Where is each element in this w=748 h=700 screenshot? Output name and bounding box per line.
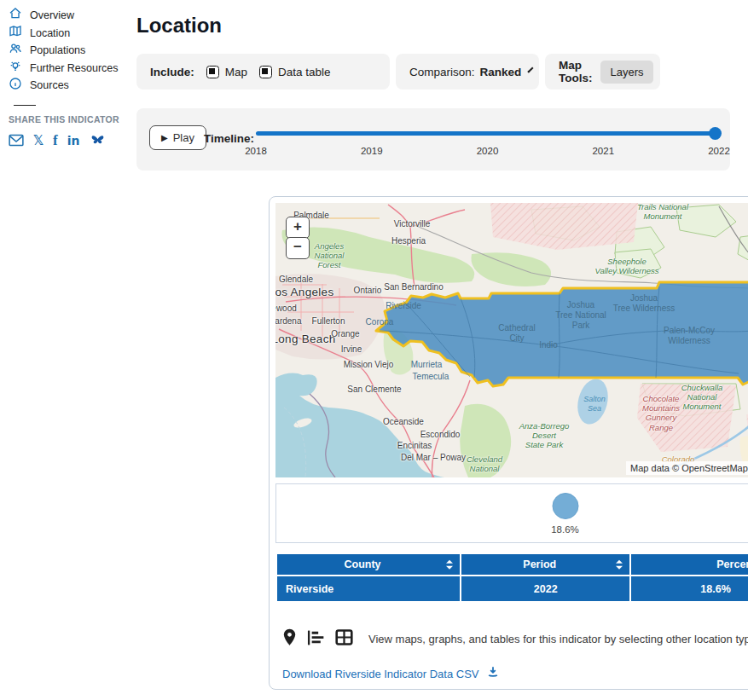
download-csv-link[interactable]: Download Riverside Indicator Data CSV <box>282 668 479 680</box>
download-icon[interactable] <box>487 666 499 681</box>
legend-bubble <box>552 493 578 519</box>
sidebar-item-label: Sources <box>30 79 69 91</box>
share-heading: SHARE THIS INDICATOR <box>9 114 130 124</box>
map-legend: 18.6% <box>275 483 748 543</box>
data-table-checkbox-label: Data table <box>278 66 331 78</box>
include-control-group: Include: Map Data table <box>136 54 390 90</box>
timeline-thumb[interactable] <box>709 127 722 140</box>
layers-button[interactable]: Layers <box>600 61 652 84</box>
data-table-checkbox[interactable]: Data table <box>259 66 331 78</box>
map-zoom-controls: + − <box>286 217 310 259</box>
timeline-label: Timeline: <box>204 132 254 145</box>
share-icons-row: 𝕏 f in <box>9 132 130 149</box>
info-icon <box>9 77 22 94</box>
sidebar-divider <box>14 105 36 106</box>
sidebar-item-overview[interactable]: Overview <box>9 7 130 25</box>
sort-icon[interactable] <box>616 560 623 570</box>
map-attribution[interactable]: Map data © OpenStreetMap contributors, C… <box>626 461 748 475</box>
location-type-icons-row: View maps, graphs, and tables for this i… <box>282 628 748 650</box>
controls-row: Include: Map Data table Comparison: Rank… <box>136 54 730 90</box>
zoom-in-button[interactable]: + <box>286 217 310 239</box>
timeline-tick: 2019 <box>361 146 383 156</box>
legend-bubble-value: 18.6% <box>551 524 579 535</box>
play-label: Play <box>173 131 194 144</box>
timeline-tick: 2020 <box>477 146 499 156</box>
sidebar-item-label: Further Resources <box>30 62 119 74</box>
bluesky-share-icon[interactable] <box>90 133 106 148</box>
percent-cell: 18.6% <box>631 576 748 601</box>
table-header-row: County Period Percent <box>277 554 748 575</box>
timeline-tick: 2022 <box>708 146 730 156</box>
sidebar-item-location[interactable]: Location <box>9 25 130 43</box>
checkbox-checked-icon[interactable] <box>206 66 219 78</box>
people-icon <box>9 42 22 59</box>
indicator-data-table: County Period Percent Riverside 2022 18.… <box>275 552 748 603</box>
map-tools-label: Map Tools: <box>559 59 592 84</box>
map-canvas[interactable]: PalmdaleVictorvilleHesperiaAngeles Natio… <box>275 203 748 477</box>
play-icon: ▶ <box>161 133 168 142</box>
main-content: Location Include: Map Data table Compari… <box>132 0 739 38</box>
data-grid-icon[interactable] <box>335 629 353 649</box>
sidebar-item-label: Populations <box>30 44 85 56</box>
chevron-down-icon <box>528 67 534 72</box>
sidebar: Overview Location Populations Further Re… <box>9 7 130 149</box>
download-row: Download Riverside Indicator Data CSV <box>282 666 748 681</box>
sidebar-item-label: Location <box>30 27 70 39</box>
sidebar-item-populations[interactable]: Populations <box>9 42 130 60</box>
map-checkbox-label: Map <box>225 66 247 78</box>
bar-chart-icon[interactable] <box>306 629 326 650</box>
page-title: Location <box>136 14 739 38</box>
map-checkbox[interactable]: Map <box>206 66 247 78</box>
timeline-panel: ▶ Play Timeline: 2018 2019 2020 2021 202… <box>136 108 730 171</box>
table-row-riverside[interactable]: Riverside 2022 18.6% <box>277 576 748 601</box>
facebook-share-icon[interactable]: f <box>53 132 58 149</box>
map-card: PalmdaleVictorvilleHesperiaAngeles Natio… <box>269 196 748 690</box>
comparison-label: Comparison: <box>409 66 475 78</box>
sidebar-item-sources[interactable]: Sources <box>9 77 130 95</box>
county-cell: Riverside <box>277 576 460 601</box>
basemap-graphic <box>275 203 748 477</box>
timeline-ticks: 2018 2019 2020 2021 2022 <box>256 146 719 158</box>
period-column-header[interactable]: Period <box>461 554 629 575</box>
timeline-slider[interactable] <box>256 127 719 140</box>
location-types-note: View maps, graphs, and tables for this i… <box>368 633 748 645</box>
location-pin-icon[interactable] <box>282 628 297 650</box>
sort-icon[interactable] <box>446 560 453 570</box>
home-icon <box>9 7 22 24</box>
checkbox-checked-icon[interactable] <box>259 66 272 78</box>
linkedin-share-icon[interactable]: in <box>67 134 80 148</box>
comparison-dropdown[interactable]: Comparison: Ranked <box>396 54 539 90</box>
timeline-track[interactable] <box>256 131 719 136</box>
map-tools-group: Map Tools: Layers <box>545 54 660 90</box>
percent-column-header[interactable]: Percent <box>631 554 748 575</box>
timeline-tick: 2018 <box>245 146 267 156</box>
map-icon <box>9 25 22 42</box>
period-cell: 2022 <box>461 576 629 601</box>
sidebar-item-further-resources[interactable]: Further Resources <box>9 60 130 78</box>
comparison-value: Ranked <box>480 66 522 78</box>
timeline-tick: 2021 <box>592 146 614 156</box>
email-share-icon[interactable] <box>9 134 24 147</box>
lightbulb-icon <box>9 60 22 77</box>
play-button[interactable]: ▶ Play <box>149 125 206 150</box>
x-share-icon[interactable]: 𝕏 <box>33 133 43 148</box>
county-column-header[interactable]: County <box>277 554 460 575</box>
sidebar-item-label: Overview <box>30 9 74 21</box>
include-label: Include: <box>150 66 194 78</box>
zoom-out-button[interactable]: − <box>286 237 310 259</box>
